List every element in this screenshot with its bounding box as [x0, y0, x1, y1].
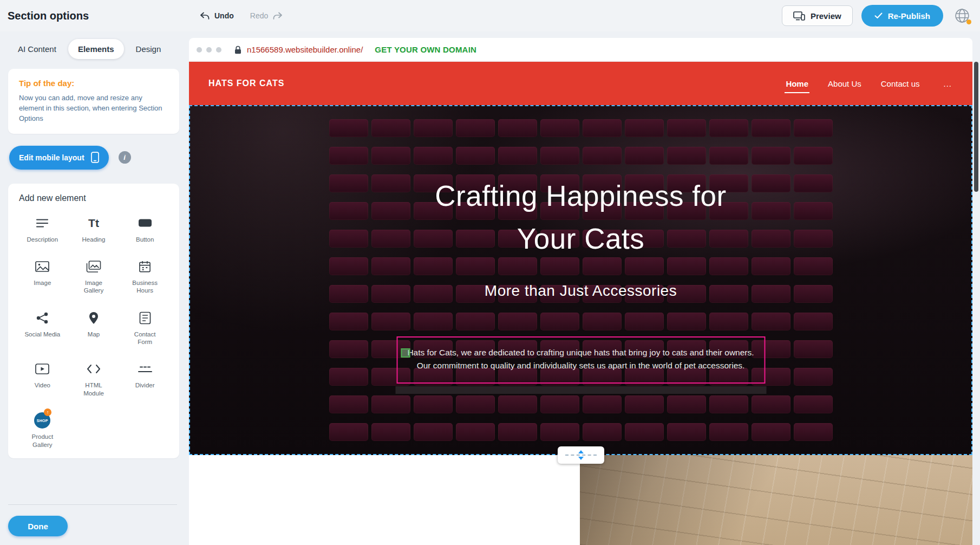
nav-about-us[interactable]: About Us: [827, 76, 863, 92]
hero-section[interactable]: Crafting Happiness for Your Cats More th…: [189, 105, 972, 455]
nav-more[interactable]: ...: [942, 76, 953, 92]
element-label: Image Gallery: [76, 279, 112, 295]
video-icon: [35, 361, 49, 377]
element-image[interactable]: Image: [19, 258, 66, 295]
element-label: Map: [88, 330, 100, 338]
element-business-hours[interactable]: Business Hours: [121, 258, 168, 295]
language-globe-button[interactable]: [952, 5, 972, 26]
check-icon: [874, 12, 883, 19]
hero-subheading[interactable]: More than Just Accessories: [189, 282, 972, 300]
topbar: Section options Undo Redo: [0, 0, 980, 31]
done-button[interactable]: Done: [8, 516, 68, 536]
mobile-layout-row: Edit mobile layout i: [9, 146, 179, 170]
tip-title: Tip of the day:: [19, 79, 168, 88]
hero-heading[interactable]: Crafting Happiness for Your Cats: [189, 174, 972, 260]
edit-mobile-layout-button[interactable]: Edit mobile layout: [9, 146, 109, 170]
site-logo[interactable]: HATS FOR CATS: [208, 79, 284, 88]
element-label: Description: [27, 236, 58, 243]
topbar-actions: Preview Re-Publish: [782, 5, 972, 27]
element-contact-form[interactable]: Contact Form: [121, 310, 168, 346]
hero-background: Crafting Happiness for Your Cats More th…: [189, 105, 972, 455]
image-gallery-icon: [86, 258, 101, 275]
description-icon: [36, 215, 49, 231]
element-video[interactable]: Video: [19, 361, 66, 397]
dashed-line: [565, 455, 597, 456]
element-label: Contact Form: [127, 330, 163, 346]
info-icon[interactable]: i: [119, 151, 131, 164]
browser-chrome-bar: n1566589.websitebuilder.online/ GET YOUR…: [189, 38, 972, 62]
republish-button[interactable]: Re-Publish: [861, 5, 943, 27]
image-icon: [35, 258, 49, 275]
element-divider[interactable]: Divider: [121, 361, 168, 397]
divider-icon: [138, 361, 152, 377]
tip-card: Tip of the day: Now you can add, move an…: [8, 69, 179, 134]
arrow-down-icon: [578, 457, 584, 460]
undo-icon: [200, 12, 210, 20]
element-label: Video: [35, 381, 50, 389]
element-button[interactable]: Button: [121, 215, 168, 243]
phone-icon: [91, 152, 99, 163]
next-section: [189, 455, 972, 545]
republish-label: Re-Publish: [888, 11, 930, 21]
window-dot: [206, 47, 212, 53]
section-options-sidebar: AI Content Elements Design Tip of the da…: [0, 31, 189, 545]
element-grid: Description Tt Heading Button: [19, 215, 168, 449]
tip-body: Now you can add, move and resize any ele…: [19, 93, 168, 124]
tab-ai-content[interactable]: AI Content: [8, 39, 66, 59]
element-placeholder: [395, 386, 766, 394]
contact-form-icon: [139, 310, 151, 326]
section-resize-handle[interactable]: [558, 446, 604, 464]
undo-button[interactable]: Undo: [200, 11, 234, 20]
arrow-up-icon: [578, 450, 584, 453]
element-image-gallery[interactable]: Image Gallery: [70, 258, 117, 295]
get-domain-link[interactable]: GET YOUR OWN DOMAIN: [375, 45, 476, 54]
site-nav: Home About Us Contact us ...: [785, 76, 953, 92]
page-scrollbar[interactable]: [974, 62, 978, 192]
redo-button[interactable]: Redo: [250, 11, 283, 20]
nav-home[interactable]: Home: [785, 76, 809, 92]
sidebar-divider: [8, 504, 177, 505]
resize-handle[interactable]: [401, 348, 410, 358]
element-label: HTML Module: [76, 381, 112, 397]
window-dot: [216, 47, 221, 53]
element-label: Divider: [135, 381, 155, 389]
element-map[interactable]: Map: [70, 310, 117, 346]
element-heading[interactable]: Tt Heading: [70, 215, 117, 243]
element-label: Heading: [82, 236, 106, 243]
element-product-gallery[interactable]: SHOP ↑ Product Gallery: [19, 412, 66, 449]
element-html-module[interactable]: HTML Module: [70, 361, 117, 397]
next-section-blank: [189, 455, 580, 545]
preview-devices-icon: [793, 11, 805, 21]
social-media-icon: [36, 310, 48, 326]
sidebar-tabs: AI Content Elements Design: [8, 39, 179, 59]
preview-label: Preview: [811, 11, 841, 21]
html-module-icon: [87, 361, 101, 377]
element-label: Business Hours: [127, 279, 163, 295]
undo-label: Undo: [214, 11, 234, 20]
tab-design[interactable]: Design: [126, 39, 171, 59]
paving-photo: [580, 455, 972, 545]
element-description[interactable]: Description: [19, 215, 66, 243]
element-label: Image: [34, 279, 51, 287]
window-dot: [197, 47, 202, 53]
window-dots: [197, 47, 221, 53]
tab-elements[interactable]: Elements: [68, 39, 124, 59]
nav-contact-us[interactable]: Contact us: [880, 76, 921, 92]
redo-label: Redo: [250, 11, 268, 20]
editor-stage: n1566589.websitebuilder.online/ GET YOUR…: [189, 31, 972, 545]
product-gallery-icon: SHOP ↑: [34, 412, 50, 429]
redo-icon: [272, 12, 283, 20]
business-hours-icon: [139, 258, 151, 275]
page-title: Section options: [8, 10, 89, 22]
preview-button[interactable]: Preview: [782, 5, 853, 26]
hero-paragraph-text: Hats for Cats, we are dedicated to craft…: [406, 346, 755, 372]
selected-paragraph-element[interactable]: Hats for Cats, we are dedicated to craft…: [396, 336, 765, 384]
site-header: HATS FOR CATS Home About Us Contact us .…: [189, 62, 972, 105]
undo-redo-group: Undo Redo: [200, 11, 283, 20]
element-label: Product Gallery: [24, 433, 60, 449]
element-social-media[interactable]: Social Media: [19, 310, 66, 346]
add-element-card: Add new element Description Tt Heading: [8, 184, 179, 458]
edit-mobile-label: Edit mobile layout: [19, 153, 84, 162]
element-label: Social Media: [24, 330, 60, 338]
site-url[interactable]: n1566589.websitebuilder.online/: [247, 45, 363, 54]
